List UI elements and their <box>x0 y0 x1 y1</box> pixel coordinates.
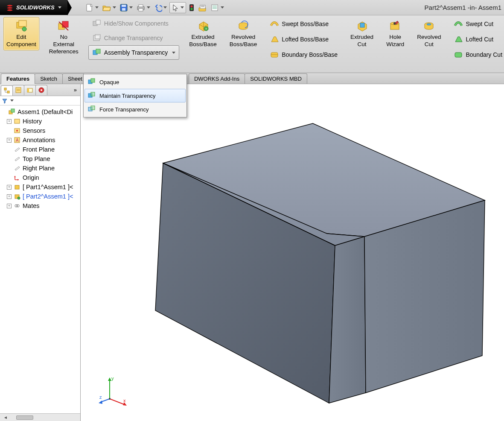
fm-tab-config[interactable] <box>24 85 36 95</box>
select-tool-button[interactable] <box>169 2 186 13</box>
settings-button[interactable] <box>210 3 225 13</box>
options-button[interactable] <box>197 3 208 13</box>
tree-part1-label: [ Part1^Assem1 ]< <box>23 184 73 190</box>
tree-annotations-label: Annotations <box>23 137 55 143</box>
mates-icon <box>13 202 21 210</box>
svg-point-80 <box>17 197 20 199</box>
svg-rect-19 <box>19 20 26 26</box>
extruded-cut-button[interactable]: Extruded Cut <box>347 17 376 50</box>
revolved-cut-label: Revolved Cut <box>417 34 441 48</box>
menu-maintain-transparency[interactable]: Maintain Transparency <box>84 89 186 102</box>
svg-point-40 <box>427 23 431 25</box>
property-icon <box>15 87 22 94</box>
caret-down-icon <box>147 6 150 9</box>
tab-sheet-metal[interactable]: Sheet <box>62 73 84 84</box>
tree-root[interactable]: Assem1 (Default<Di <box>1 107 79 117</box>
origin-icon <box>13 174 21 181</box>
lofted-boss-button[interactable]: Lofted Boss/Base <box>267 32 332 47</box>
tab-mbd[interactable]: SOLIDWORKS MBD <box>245 73 307 84</box>
assembly-transparency-button[interactable]: Assembly Transparency <box>88 45 179 60</box>
ribbon-group-revolved-boss: Revolved Boss/Base <box>223 15 264 73</box>
swept-cut-button[interactable]: Swept Cut <box>451 16 496 32</box>
menu-force-transparency[interactable]: Force Transparency <box>84 102 186 116</box>
traffic-light-icon <box>189 3 195 12</box>
tree-front-plane[interactable]: Front Plane <box>1 145 79 154</box>
ribbon-group-hole-wizard: Hole Wizard <box>380 15 411 73</box>
fm-tab-display[interactable] <box>35 85 47 95</box>
tab-features[interactable]: Features <box>1 73 35 84</box>
caret-down-icon <box>10 99 14 102</box>
caret-down-icon <box>221 6 224 9</box>
feature-tree[interactable]: Assem1 (Default<Di + History Sensors + A… <box>0 105 80 413</box>
ribbon-group-refs: No External References <box>43 15 85 73</box>
undo-button[interactable] <box>153 3 168 13</box>
tree-history[interactable]: + History <box>1 117 79 126</box>
tree-mates[interactable]: + Mates <box>1 201 79 210</box>
lofted-cut-button[interactable]: Lofted Cut <box>451 32 496 47</box>
hole-wizard-button[interactable]: Hole Wizard <box>383 17 407 50</box>
tree-icon <box>3 87 10 94</box>
app-logo[interactable]: SOLIDWORKS <box>0 0 67 15</box>
model-render <box>81 84 504 421</box>
tree-right-plane[interactable]: Right Plane <box>1 164 79 173</box>
tree-mates-label: Mates <box>23 202 40 209</box>
command-manager-tabs: Features Sketch Sheet DWORKS Add-Ins SOL… <box>0 73 504 84</box>
hide-show-components-button[interactable]: Hide/Show Components <box>88 16 172 31</box>
svg-point-68 <box>41 89 42 91</box>
tree-origin[interactable]: Origin <box>1 173 79 182</box>
new-file-icon <box>85 3 94 12</box>
tab-addins[interactable]: DWORKS Add-Ins <box>189 73 245 84</box>
svg-rect-70 <box>11 109 15 112</box>
save-button[interactable] <box>119 3 134 13</box>
part-icon <box>13 183 21 191</box>
assembly-icon <box>8 108 16 116</box>
boundary-cut-label: Boundary Cut <box>466 51 502 58</box>
panel-scrollbar[interactable]: ◄ <box>0 413 80 421</box>
tree-sensors[interactable]: Sensors <box>1 126 79 135</box>
revolved-boss-button[interactable]: Revolved Boss/Base <box>227 17 260 50</box>
no-external-refs-button[interactable]: No External References <box>46 17 82 58</box>
scroll-thumb[interactable] <box>16 415 33 420</box>
lofted-boss-label: Lofted Boss/Base <box>282 36 329 43</box>
boundary-boss-button[interactable]: Boundary Boss/Base <box>267 47 341 62</box>
fm-tab-tree[interactable] <box>1 85 13 96</box>
extruded-boss-button[interactable]: + Extruded Boss/Base <box>186 17 220 50</box>
tree-annotations[interactable]: + A Annotations <box>1 135 79 145</box>
graphics-viewport[interactable]: y x z <box>81 84 504 421</box>
tree-sensors-label: Sensors <box>23 127 45 134</box>
new-file-button[interactable] <box>84 3 99 13</box>
svg-point-82 <box>17 205 19 207</box>
tree-front-label: Front Plane <box>23 146 55 153</box>
rebuild-button[interactable] <box>188 3 195 13</box>
hole-wizard-icon <box>388 19 402 33</box>
edit-component-button[interactable]: Edit Component <box>3 17 39 50</box>
filter-row <box>0 96 80 105</box>
swept-boss-label: Swept Boss/Base <box>282 20 329 27</box>
display-icon <box>38 87 45 94</box>
boundary-cut-button[interactable]: Boundary Cut <box>451 47 504 62</box>
menu-force-label: Force Transparency <box>99 106 149 113</box>
print-button[interactable] <box>135 3 151 13</box>
orientation-triad[interactable]: y x z <box>98 374 132 408</box>
open-file-button[interactable] <box>101 3 117 13</box>
caret-down-icon <box>113 6 116 9</box>
swept-boss-button[interactable]: Swept Boss/Base <box>267 16 332 32</box>
svg-rect-5 <box>139 5 143 7</box>
tab-sketch[interactable]: Sketch <box>35 73 63 84</box>
svg-point-20 <box>22 27 26 31</box>
revolved-cut-button[interactable]: Revolved Cut <box>414 17 444 50</box>
ribbon: Edit Component No External References Hi… <box>0 15 504 73</box>
save-icon <box>119 3 128 12</box>
app-name: SOLIDWORKS <box>16 4 55 11</box>
ribbon-group-edit: Edit Component <box>0 15 43 73</box>
edit-component-label: Edit Component <box>6 34 36 48</box>
filter-icon <box>2 98 8 104</box>
tree-part2[interactable]: + [ Part2^Assem1 ]< <box>1 192 79 201</box>
tree-part1[interactable]: + [ Part1^Assem1 ]< <box>1 182 79 192</box>
menu-maintain-label: Maintain Transparency <box>99 93 156 99</box>
tree-top-plane[interactable]: Top Plane <box>1 154 79 164</box>
menu-opaque[interactable]: Opaque <box>84 75 186 89</box>
fm-tab-property[interactable] <box>12 85 24 95</box>
fm-tabs-more[interactable]: » <box>70 87 80 93</box>
change-transparency-button[interactable]: Change Transparency <box>88 31 167 45</box>
